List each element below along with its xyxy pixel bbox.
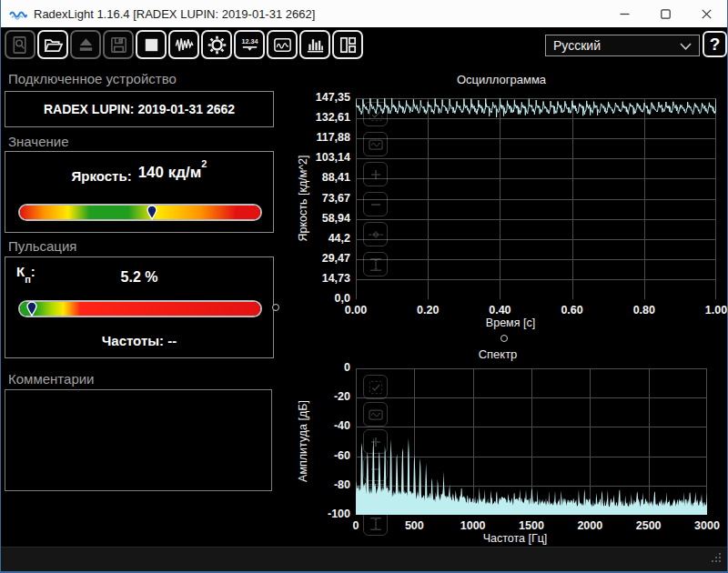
toolbar-numeric-display-button[interactable]: 12.34 <box>234 30 265 59</box>
oscillogram-y-tick-label: 147,35 <box>283 91 350 104</box>
oscillogram-xlabel: Время [с] <box>456 317 565 329</box>
value-section-header: Значение <box>8 134 69 149</box>
spectrum-x-tick-label: 2000 <box>562 519 617 532</box>
oscillogram-y-tick-label: 117,88 <box>283 131 350 144</box>
spectrum-x-tick-label: 1000 <box>446 519 500 532</box>
app-window: RadexLight 1.16.4 [RADEX LUPIN: 2019-01-… <box>0 0 728 573</box>
toolbar-zoom-document-button[interactable] <box>5 30 35 59</box>
splitter-handle-vertical[interactable] <box>272 304 279 311</box>
oscillogram-chart: Осциллограмма Яркость [кд/м^2] Время [с]… <box>283 65 728 331</box>
spectrum-fit-frame-button[interactable] <box>363 402 388 427</box>
value-box: Яркость:140 кд/м2 <box>5 151 274 233</box>
oscillogram-waveform <box>356 98 716 117</box>
spectrum-x-tick-label: 1500 <box>504 519 559 532</box>
device-box: RADEX LUPIN: 2019-01-31 2662 <box>5 91 274 127</box>
toolbar-save-button[interactable] <box>103 30 134 59</box>
spectrum-x-tick-label: 2500 <box>622 519 676 532</box>
oscillogram-y-tick-label: 73,67 <box>283 192 350 205</box>
svg-text:12.34: 12.34 <box>241 37 258 45</box>
spectrum-zoom-out-button[interactable] <box>363 457 388 481</box>
toolbar-layout-view-button[interactable] <box>332 30 363 59</box>
toolbar-eject-button[interactable] <box>70 30 101 59</box>
spectrum-y-tick-label: -40 <box>283 419 350 432</box>
device-section-header: Подключенное устройство <box>8 71 177 86</box>
language-select-value: Русский <box>553 38 601 53</box>
language-select[interactable]: Русский <box>545 35 700 56</box>
spectrum-y-tick-label: -20 <box>283 390 350 403</box>
oscillogram-x-tick-label: 0.60 <box>545 304 600 317</box>
pulsation-section-header: Пульсация <box>8 238 76 254</box>
pulsation-scale-bar <box>18 300 262 317</box>
spectrum-y-tick-label: 0 <box>283 361 350 374</box>
oscillogram-title: Осциллограмма <box>433 73 570 86</box>
brightness-readout: Яркость:140 кд/м2 <box>5 166 273 186</box>
toolbar-buttons: 12.34 <box>5 30 363 59</box>
brightness-unit-exp: 2 <box>201 158 207 169</box>
chevron-down-icon <box>680 38 692 53</box>
oscillogram-fit-frame-button[interactable] <box>363 132 388 156</box>
minimize-button[interactable] <box>604 0 645 27</box>
toolbar-oscillogram-view-button[interactable] <box>267 30 298 59</box>
oscillogram-fit-horizontal-button[interactable] <box>363 222 388 246</box>
spectrum-select-check-button[interactable] <box>363 375 388 399</box>
oscillogram-y-tick-label: 58,94 <box>283 212 350 225</box>
pulsation-gradient <box>20 302 260 316</box>
kp-value: 5.2 % <box>5 269 273 286</box>
oscillogram-x-tick-label: 0.20 <box>400 304 455 317</box>
oscillogram-y-tick-label: 88,41 <box>283 171 350 184</box>
spectrum-y-tick-label: -100 <box>283 508 350 520</box>
brightness-label: Яркость: <box>72 168 132 184</box>
toolbar-signal-button[interactable] <box>168 30 199 59</box>
oscillogram-select-check-button[interactable] <box>363 102 388 126</box>
toolbar-open-folder-button[interactable] <box>37 30 68 59</box>
spectrum-x-tick-label: 500 <box>387 519 441 532</box>
window-title: RadexLight 1.16.4 [RADEX LUPIN: 2019-01-… <box>34 7 315 21</box>
pulsation-box: Кп: 5.2 % Частоты: -- <box>5 256 274 358</box>
comments-input[interactable] <box>5 389 272 491</box>
oscillogram-y-tick-label: 44,2 <box>283 232 350 245</box>
oscillogram-zoom-in-button[interactable] <box>363 162 388 186</box>
oscillogram-x-tick-label: 1.00 <box>689 304 728 317</box>
status-bar <box>1 547 727 571</box>
oscillogram-y-tick-label: 132,61 <box>283 111 350 124</box>
spectrum-fit-vertical-button[interactable] <box>363 511 388 536</box>
brightness-marker-icon <box>147 205 157 220</box>
brightness-value: 140 <box>138 164 164 181</box>
oscillogram-x-tick-label: 0.40 <box>472 304 527 317</box>
oscillogram-plot <box>356 98 716 299</box>
device-name: RADEX LUPIN: 2019-01-31 2662 <box>5 102 273 116</box>
oscillogram-y-tick-label: 0,0 <box>283 292 350 305</box>
oscillogram-y-tick-label: 103,14 <box>283 151 350 164</box>
spectrum-plot <box>356 368 707 515</box>
comments-section-header: Комментарии <box>8 371 94 387</box>
pulsation-marker-icon <box>26 301 37 317</box>
spectrum-x-tick-label: 3000 <box>680 519 728 532</box>
oscillogram-zoom-out-button[interactable] <box>363 192 388 216</box>
spectrum-zoom-in-button[interactable] <box>363 429 388 454</box>
oscillogram-y-tick-label: 29,47 <box>283 252 350 265</box>
oscillogram-y-tick-label: 14,73 <box>283 272 350 285</box>
spectrum-y-tick-label: -80 <box>283 478 350 491</box>
spectrum-y-tick-label: -60 <box>283 449 350 462</box>
brightness-gradient <box>20 206 260 219</box>
toolbar-settings-gear-button[interactable] <box>201 30 232 59</box>
toolbar-stop-button[interactable] <box>136 30 167 59</box>
brightness-scale-bar <box>18 204 262 221</box>
oscillogram-x-tick-label: 0.00 <box>329 304 383 317</box>
spectrum-title: Спектр <box>430 347 566 361</box>
spectrum-chart: Спектр Амплитуда [дБ] Частота [Гц] 0-20-… <box>283 329 728 553</box>
help-button[interactable]: ? <box>703 31 727 57</box>
maximize-button[interactable] <box>645 0 686 27</box>
toolbar: 12.34 Русский ? <box>1 27 727 63</box>
spectrum-xlabel: Частота [Гц] <box>460 532 570 545</box>
spectrum-fit-horizontal-button[interactable] <box>363 484 388 508</box>
frequencies-readout: Частоты: -- <box>5 333 273 348</box>
oscillogram-fit-vertical-button[interactable] <box>363 252 388 276</box>
brightness-unit-text: кд/м <box>168 164 202 181</box>
toolbar-spectrum-view-button[interactable] <box>299 30 330 59</box>
close-button[interactable] <box>686 0 727 27</box>
app-logo-icon <box>9 6 27 21</box>
spectrum-ylabel: Амплитуда [дБ] <box>297 350 309 532</box>
resize-grip[interactable] <box>710 550 722 567</box>
oscillogram-x-tick-label: 0.80 <box>617 304 672 317</box>
